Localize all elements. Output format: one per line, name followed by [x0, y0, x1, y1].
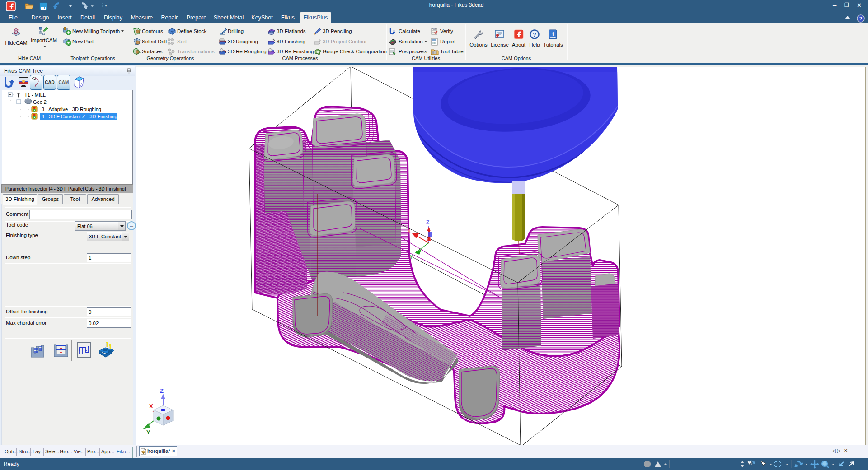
svg-text:?: ?	[533, 31, 536, 38]
svg-text:Y: Y	[409, 254, 413, 260]
svg-text:Z: Z	[426, 219, 429, 226]
svg-text:X: X	[407, 228, 411, 234]
svg-text:3 - Adaptive - 3D Roughing: 3 - Adaptive - 3D Roughing	[42, 107, 101, 112]
svg-text:Y: Y	[146, 429, 150, 436]
svg-text:T1 - MILL: T1 - MILL	[24, 92, 46, 98]
svg-text:Z: Z	[160, 387, 164, 394]
svg-text:4 - 3D F Constant Z - 3D Finis: 4 - 3D F Constant Z - 3D Finishing	[42, 114, 117, 119]
svg-text:?: ?	[859, 16, 863, 21]
svg-text:X: X	[149, 403, 153, 410]
svg-text:Geo 2: Geo 2	[33, 99, 47, 105]
